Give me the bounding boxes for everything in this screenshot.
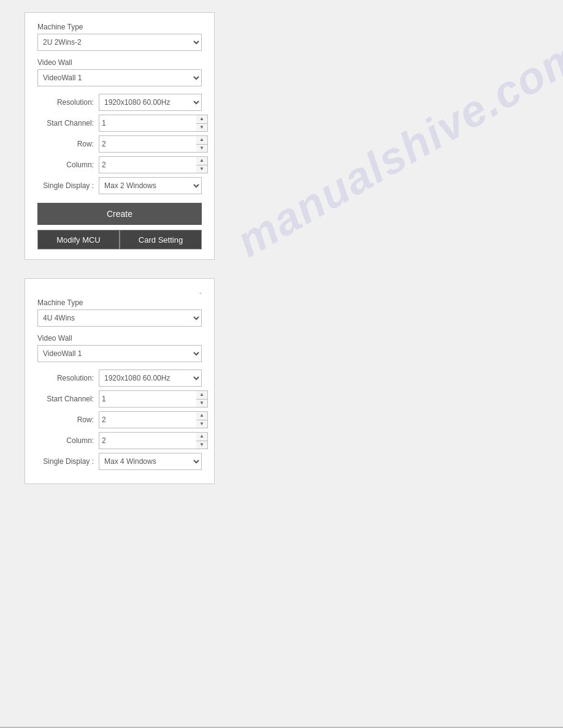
panel2-video-wall-group: Video Wall VideoWall 1	[37, 334, 202, 362]
column-down[interactable]: ▼	[196, 165, 207, 173]
card-setting-button[interactable]: Card Setting	[120, 230, 202, 249]
video-wall-group: Video Wall VideoWall 1	[37, 58, 202, 86]
panel2-resolution-label: Resolution:	[37, 374, 99, 382]
panel2-column-spinner: ▲ ▼	[99, 432, 208, 449]
start-channel-up[interactable]: ▲	[196, 115, 207, 124]
panel2-row-spinner-buttons: ▲ ▼	[196, 411, 208, 428]
panel2-row-row: Row: ▲ ▼	[37, 411, 202, 428]
column-up[interactable]: ▲	[196, 157, 207, 165]
panel-2: - Machine Type 4U 4Wins Video Wall Video…	[25, 278, 215, 484]
panel2-start-channel-down[interactable]: ▼	[196, 400, 207, 408]
panel-1: Machine Type 2U 2Wins-2 Video Wall Video…	[25, 12, 215, 260]
panel2-start-channel-spinner: ▲ ▼	[99, 390, 208, 408]
row-spinner-buttons: ▲ ▼	[196, 135, 208, 153]
column-spinner-buttons: ▲ ▼	[196, 156, 208, 173]
start-channel-label: Start Channel:	[37, 119, 99, 127]
start-channel-input[interactable]	[99, 115, 196, 132]
start-channel-row: Start Channel: ▲ ▼	[37, 115, 202, 132]
panel2-column-row: Column: ▲ ▼	[37, 432, 202, 449]
panel2-start-channel-label: Start Channel:	[37, 395, 99, 403]
panel2-machine-type-label: Machine Type	[37, 298, 202, 307]
panel2-column-down[interactable]: ▼	[196, 441, 207, 449]
modify-mcu-button[interactable]: Modify MCU	[37, 230, 120, 249]
row-up[interactable]: ▲	[196, 136, 207, 145]
panel2-resolution-row: Resolution: 1920x1080 60.00Hz	[37, 370, 202, 387]
single-display-label: Single Display :	[37, 181, 99, 190]
panel2-column-label: Column:	[37, 436, 99, 445]
panel2-start-channel-spinner-buttons: ▲ ▼	[196, 390, 208, 408]
row-down[interactable]: ▼	[196, 145, 207, 153]
panel2-row-spinner: ▲ ▼	[99, 411, 208, 428]
panel2-resolution-select[interactable]: 1920x1080 60.00Hz	[99, 370, 202, 387]
video-wall-select[interactable]: VideoWall 1	[37, 69, 202, 86]
create-button[interactable]: Create	[37, 203, 202, 225]
column-label: Column:	[37, 161, 99, 169]
panel2-column-up[interactable]: ▲	[196, 433, 207, 441]
panel2-row-up[interactable]: ▲	[196, 412, 207, 420]
panel2-video-wall-label: Video Wall	[37, 334, 202, 343]
column-spinner: ▲ ▼	[99, 156, 208, 173]
panel2-video-wall-select[interactable]: VideoWall 1	[37, 345, 202, 362]
panel2-row-down[interactable]: ▼	[196, 420, 207, 428]
resolution-row: Resolution: 1920x1080 60.00Hz	[37, 94, 202, 111]
column-row: Column: ▲ ▼	[37, 156, 202, 173]
start-channel-spinner-buttons: ▲ ▼	[196, 115, 208, 132]
machine-type-select[interactable]: 2U 2Wins-2	[37, 34, 202, 51]
machine-type-label: Machine Type	[37, 23, 202, 31]
panel2-machine-type-select[interactable]: 4U 4Wins	[37, 309, 202, 327]
single-display-row: Single Display : Max 2 Windows	[37, 177, 202, 194]
single-display-select[interactable]: Max 2 Windows	[99, 177, 202, 194]
panel2-start-channel-row: Start Channel: ▲ ▼	[37, 390, 202, 408]
panel2-row-input[interactable]	[99, 411, 196, 428]
panel2-single-display-label: Single Display :	[37, 457, 99, 466]
row-label: Row:	[37, 140, 99, 148]
resolution-select[interactable]: 1920x1080 60.00Hz	[99, 94, 202, 111]
column-input[interactable]	[99, 156, 196, 173]
panel2-single-display-row: Single Display : Max 4 Windows	[37, 453, 202, 470]
panel2-start-channel-input[interactable]	[99, 390, 196, 408]
panel2-machine-type-group: Machine Type 4U 4Wins	[37, 298, 202, 327]
panel2-column-input[interactable]	[99, 432, 196, 449]
row-input[interactable]	[99, 135, 196, 153]
panel2-row-label: Row:	[37, 415, 99, 424]
start-channel-spinner: ▲ ▼	[99, 115, 208, 132]
row-spinner: ▲ ▼	[99, 135, 208, 153]
panel2-single-display-select[interactable]: Max 4 Windows	[99, 453, 202, 470]
row-row: Row: ▲ ▼	[37, 135, 202, 153]
bottom-buttons: Modify MCU Card Setting	[37, 230, 202, 249]
start-channel-down[interactable]: ▼	[196, 124, 207, 132]
machine-type-group: Machine Type 2U 2Wins-2	[37, 23, 202, 51]
panel2-column-spinner-buttons: ▲ ▼	[196, 432, 208, 449]
panel2-dash: -	[37, 289, 202, 297]
resolution-label: Resolution:	[37, 98, 99, 107]
video-wall-label: Video Wall	[37, 58, 202, 67]
panel2-start-channel-up[interactable]: ▲	[196, 391, 207, 400]
